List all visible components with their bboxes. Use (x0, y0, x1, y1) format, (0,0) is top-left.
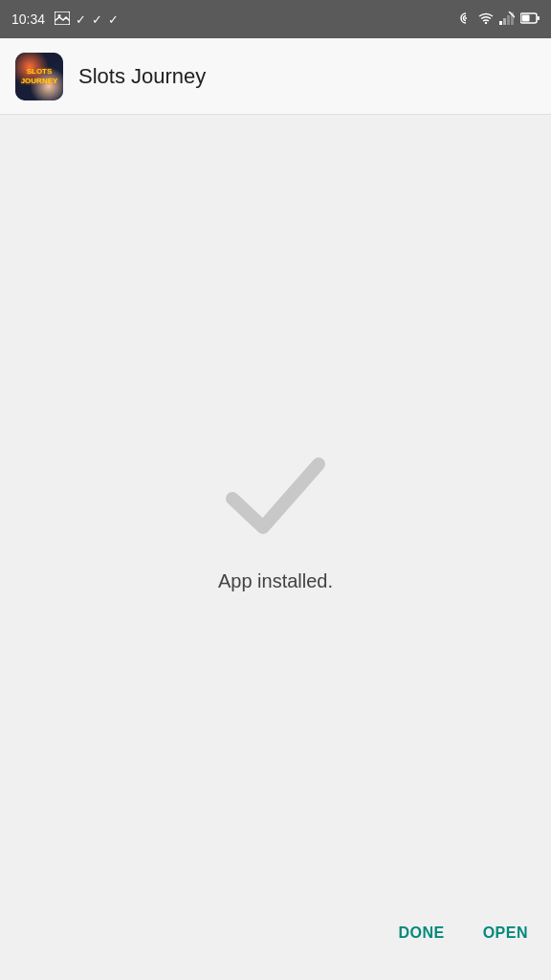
svg-point-3 (485, 21, 487, 23)
app-icon: SLOTSJOURNEY (15, 53, 63, 100)
check-icon-2: ✓ (92, 12, 102, 27)
app-header: SLOTSJOURNEY Slots Journey (0, 38, 551, 115)
checkmark-icon (223, 453, 328, 539)
status-bar: 10:34 ✓ ✓ ✓ (0, 0, 551, 38)
nfc-icon (459, 11, 473, 28)
check-icon-1: ✓ (76, 12, 86, 27)
battery-icon (520, 12, 540, 27)
center-area: App installed. (218, 115, 333, 924)
status-time: 10:34 (11, 11, 45, 27)
svg-rect-10 (538, 16, 540, 20)
svg-point-2 (465, 17, 467, 19)
wifi-icon (478, 12, 494, 27)
installed-text: App installed. (218, 570, 333, 592)
status-bar-right-icons (459, 11, 540, 28)
check-icon-3: ✓ (108, 12, 119, 27)
status-bar-left: 10:34 ✓ ✓ ✓ (11, 11, 119, 28)
svg-rect-11 (522, 14, 530, 21)
image-icon (55, 11, 70, 28)
svg-rect-4 (499, 21, 502, 25)
done-button[interactable]: DONE (398, 924, 444, 942)
signal-icon (499, 11, 515, 28)
status-bar-left-icons: ✓ ✓ ✓ (55, 11, 119, 28)
app-icon-inner: SLOTSJOURNEY (15, 53, 63, 100)
checkmark-container (218, 448, 333, 544)
bottom-buttons: DONE OPEN (398, 924, 551, 942)
open-button[interactable]: OPEN (483, 924, 528, 942)
svg-rect-6 (507, 15, 510, 25)
svg-rect-5 (503, 18, 506, 25)
app-title: Slots Journey (78, 64, 206, 89)
main-content: App installed. DONE OPEN (0, 115, 551, 980)
